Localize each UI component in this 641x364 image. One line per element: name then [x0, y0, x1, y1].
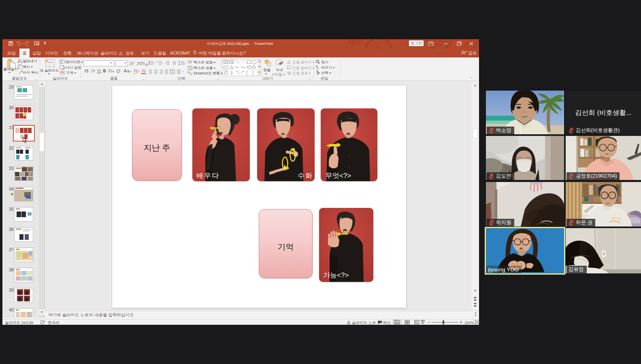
- svg-text:가: 가: [225, 61, 228, 63]
- svg-text:b: b: [317, 67, 319, 70]
- svg-text:무엇<?>: 무엇<?>: [326, 172, 351, 180]
- svg-text:가능<?>: 가능<?>: [323, 271, 349, 279]
- svg-text:배우다: 배우다: [196, 172, 219, 180]
- svg-text:가: 가: [230, 61, 233, 63]
- svg-text:수화: 수화: [298, 172, 313, 180]
